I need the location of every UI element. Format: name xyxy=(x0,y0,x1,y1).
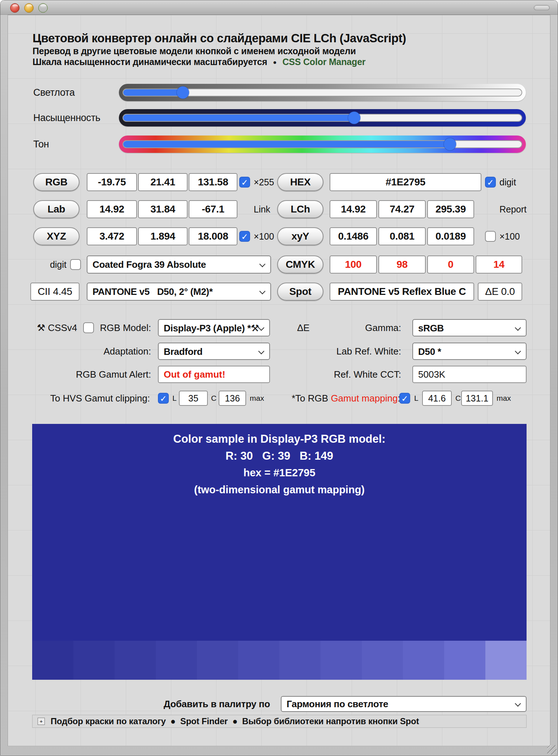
lch-h-input[interactable]: 295.39 xyxy=(427,200,474,218)
report-label[interactable]: Report xyxy=(499,200,527,218)
palette-swatch[interactable] xyxy=(403,641,444,680)
lab-b-input[interactable]: -67.1 xyxy=(189,200,237,218)
rgb-r-input[interactable]: -19.75 xyxy=(87,173,137,191)
spot-library-select[interactable]: PANTONE v5 D50, 2° (M2)* xyxy=(87,283,271,301)
cssv4-checkbox[interactable] xyxy=(83,322,94,333)
palette-swatch[interactable] xyxy=(238,641,279,680)
app-window: Цветовой конвертер онлайн со слайдерами … xyxy=(0,0,558,756)
rgb-b-input[interactable]: 131.58 xyxy=(189,173,237,191)
chroma-track[interactable] xyxy=(119,109,526,126)
cmyk-m-input[interactable]: 98 xyxy=(378,255,426,274)
rgb-model-select[interactable]: Display-P3 (Apple) *⚒ xyxy=(158,319,270,336)
xyz-y-input[interactable]: 1.894 xyxy=(138,227,188,245)
xyz-z-input[interactable]: 18.008 xyxy=(189,227,237,245)
resize-grip[interactable] xyxy=(547,745,557,755)
page-subtitle-2: Шкала насыщенности динамически масштабир… xyxy=(33,56,539,68)
gamut-alert-box: Out of gamut! xyxy=(158,366,270,383)
adaptation-select[interactable]: Bradford xyxy=(158,343,270,360)
color-sample-area: Color sample in Display-P3 RGB model: R:… xyxy=(32,424,527,680)
ref-white-cct-box[interactable]: 5003K xyxy=(412,366,527,383)
close-button-icon[interactable] xyxy=(10,3,20,13)
hvs-l-input[interactable]: 35 xyxy=(179,391,208,406)
xyy-button[interactable]: xyY xyxy=(277,227,323,245)
lightness-thumb[interactable] xyxy=(177,86,189,99)
palette-swatch[interactable] xyxy=(115,641,156,680)
cmyk-c-input[interactable]: 100 xyxy=(330,255,377,274)
rgb-mapping-checkbox[interactable] xyxy=(399,393,410,404)
xyy-x100-label: ×100 xyxy=(499,227,520,245)
zoom-button-icon[interactable] xyxy=(38,3,48,13)
sample-line-1: Color sample in Display-P3 RGB model: xyxy=(32,430,527,447)
hue-fill xyxy=(123,141,450,147)
hvs-c-input[interactable]: 136 xyxy=(219,391,246,406)
rgb-mapping-label: *To RGB Gamut mapping: xyxy=(292,390,400,407)
chroma-fill xyxy=(123,115,354,121)
cmyk-y-input[interactable]: 0 xyxy=(427,255,474,274)
xyz-x-input[interactable]: 3.472 xyxy=(87,227,137,245)
hvs-clipping-checkbox[interactable] xyxy=(158,393,169,404)
cii-box: CII 4.45 xyxy=(30,283,80,301)
rgb-map-l-input[interactable]: 41.6 xyxy=(422,391,452,406)
x255-checkbox[interactable] xyxy=(239,177,250,188)
palette-swatch[interactable] xyxy=(444,641,485,680)
xyy-x100-checkbox[interactable] xyxy=(485,231,496,242)
rgb-model-value: Display-P3 (Apple) *⚒ xyxy=(164,323,259,334)
toolbar-toggle-pill[interactable] xyxy=(534,5,550,10)
spot-result-box[interactable]: PANTONE v5 Reflex Blue C xyxy=(330,283,474,301)
cmyk-profile-select[interactable]: Coated Fogra 39 Absolute xyxy=(87,255,271,274)
palette-swatch[interactable] xyxy=(321,641,362,680)
titlebar[interactable] xyxy=(0,0,558,15)
hex-button[interactable]: HEX xyxy=(277,173,323,191)
palette-swatch[interactable] xyxy=(73,641,115,680)
lab-l-input[interactable]: 14.92 xyxy=(87,200,137,218)
lch-l-input[interactable]: 14.92 xyxy=(330,200,377,218)
algorithm-select[interactable]: Гармония по светлоте xyxy=(281,696,527,712)
lab-lch-row: Lab 14.92 31.84 -67.1 Link LCh 14.92 74.… xyxy=(8,200,550,218)
palette-swatch[interactable] xyxy=(197,641,238,680)
xyy-y-input[interactable]: 0.081 xyxy=(378,227,426,245)
css-color-manager-link[interactable]: CSS Color Manager xyxy=(282,57,365,67)
xyz-button[interactable]: XYZ xyxy=(33,227,80,245)
lightness-groove xyxy=(123,89,522,96)
palette-swatch[interactable] xyxy=(362,641,403,680)
ref-white-cct-label: Ref. White CCT: xyxy=(318,366,401,383)
catalog-disclosure-bar[interactable]: + Подбор краски по каталогу ● Spot Finde… xyxy=(32,715,527,728)
lightness-fill xyxy=(123,89,183,96)
expand-plus-icon[interactable]: + xyxy=(38,718,45,725)
xyz-x100-checkbox[interactable] xyxy=(239,231,250,242)
spot-button[interactable]: Spot xyxy=(277,283,323,301)
lab-button[interactable]: Lab xyxy=(33,200,80,218)
lch-button[interactable]: LCh xyxy=(277,200,323,218)
xyy-yy-input[interactable]: 0.0189 xyxy=(427,227,474,245)
xyy-x-input[interactable]: 0.1486 xyxy=(330,227,377,245)
cssv4-label: ⚒ CSSv4 xyxy=(37,319,77,336)
hex-digit-checkbox[interactable] xyxy=(485,177,496,188)
gamma-select[interactable]: sRGB xyxy=(412,319,527,336)
hue-thumb[interactable] xyxy=(444,138,456,150)
rgb-map-c-input[interactable]: 131.1 xyxy=(461,391,493,406)
settings-row-4: To HVS Gamut clipping: L 35 C 136 max *T… xyxy=(8,390,550,408)
palette-swatch[interactable] xyxy=(32,641,73,680)
lightness-track[interactable] xyxy=(119,84,526,101)
minimize-button-icon[interactable] xyxy=(24,3,34,13)
cmyk-button[interactable]: CMYK xyxy=(277,255,323,274)
palette-swatch[interactable] xyxy=(279,641,321,680)
lab-a-input[interactable]: 31.84 xyxy=(138,200,188,218)
rgb-g-input[interactable]: 21.41 xyxy=(138,173,188,191)
palette-swatch[interactable] xyxy=(485,641,527,680)
lightness-label: Светлота xyxy=(33,84,115,101)
chroma-thumb[interactable] xyxy=(348,112,360,124)
hex-input[interactable]: #1E2795 xyxy=(330,173,481,191)
spot-row: CII 4.45 PANTONE v5 D50, 2° (M2)* Spot P… xyxy=(8,283,550,301)
lch-c-input[interactable]: 74.27 xyxy=(378,200,426,218)
palette-swatch[interactable] xyxy=(156,641,197,680)
lab-ref-white-select[interactable]: D50 * xyxy=(412,343,527,360)
cmyk-digit-checkbox[interactable] xyxy=(70,259,81,270)
cmyk-k-input[interactable]: 14 xyxy=(476,255,522,274)
hue-track[interactable] xyxy=(119,136,526,153)
algorithm-value: Гармония по светлоте xyxy=(287,699,388,709)
catalog-bar-text[interactable]: Подбор краски по каталогу ● Spot Finder … xyxy=(51,716,419,726)
rgb-button[interactable]: RGB xyxy=(33,173,80,191)
link-label[interactable]: Link xyxy=(254,200,270,218)
page-header: Цветовой конвертер онлайн со слайдерами … xyxy=(33,31,539,68)
